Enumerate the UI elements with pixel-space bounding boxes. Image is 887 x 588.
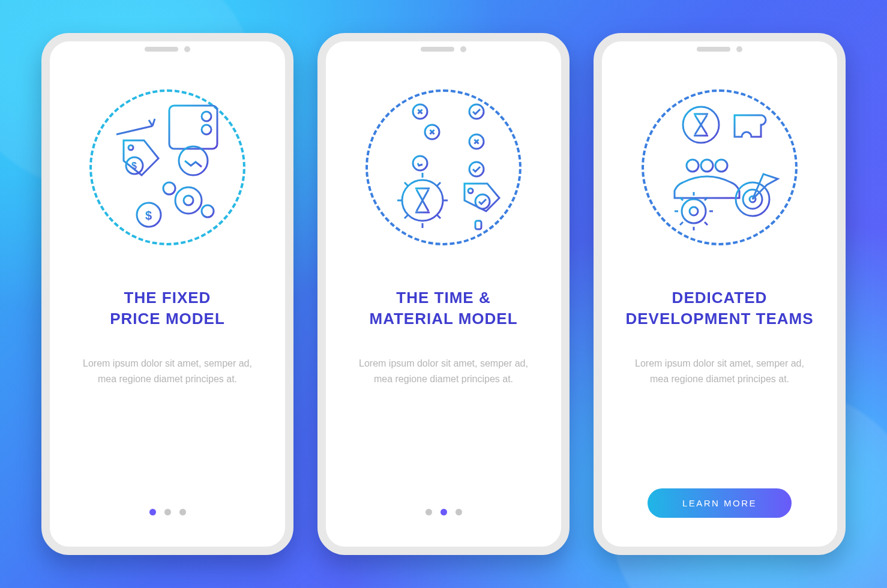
phone-notch [421,46,466,52]
time-material-illustration [353,77,534,257]
svg-point-9 [175,187,202,214]
page-indicator [425,509,462,523]
dot-1[interactable] [149,509,156,515]
dot-2[interactable] [164,509,171,515]
dot-3[interactable] [179,509,186,515]
speaker-slot [145,47,178,52]
svg-point-38 [715,160,727,172]
svg-point-36 [687,160,699,172]
time-material-icon [374,98,513,236]
title-line-1: THE FIXED [124,289,211,307]
screen-title: DEDICATED DEVELOPMENT TEAMS [625,287,813,329]
title-line-2: PRICE MODEL [110,310,225,328]
dedicated-teams-icon [651,98,789,236]
onboarding-screen-3: DEDICATED DEVELOPMENT TEAMS Lorem ipsum … [594,33,846,555]
svg-point-37 [701,160,713,172]
svg-text:$: $ [131,161,137,171]
screen-description: Lorem ipsum dolor sit amet, semper ad, m… [630,356,810,386]
title-line-1: DEDICATED [672,289,768,307]
screen-title: THE FIXED PRICE MODEL [110,287,225,329]
page-indicator [149,509,186,523]
camera-dot [184,46,190,52]
speaker-slot [421,47,454,52]
dot-2[interactable] [440,509,447,515]
onboarding-screen-1: $ $ THE FIXED PRICE MODEL Lorem ipsum do… [41,33,293,555]
onboarding-screen-2: THE TIME & MATERIAL MODEL Lorem ipsum do… [317,33,570,555]
svg-point-31 [468,188,473,193]
screen-title: THE TIME & MATERIAL MODEL [369,287,517,329]
camera-dot [736,46,742,52]
screen-description: Lorem ipsum dolor sit amet, semper ad, m… [77,356,257,386]
screen-description: Lorem ipsum dolor sit amet, semper ad, m… [353,356,534,386]
svg-point-28 [413,156,427,170]
svg-point-6 [128,145,133,150]
svg-point-4 [202,125,211,134]
svg-point-3 [202,112,211,121]
title-line-2: MATERIAL MODEL [369,310,517,328]
title-line-1: THE TIME & [396,289,490,307]
speaker-slot [697,47,730,52]
svg-text:$: $ [145,209,152,222]
svg-rect-34 [475,221,481,229]
learn-more-button[interactable]: LEARN MORE [648,488,792,518]
camera-dot [460,46,466,52]
svg-point-10 [184,196,193,205]
phone-notch [145,46,190,52]
title-line-2: DEVELOPMENT TEAMS [625,310,813,328]
svg-point-43 [690,207,698,215]
dedicated-teams-illustration [630,77,810,257]
fixed-price-illustration: $ $ [77,77,257,257]
svg-point-42 [682,199,706,223]
dot-3[interactable] [456,509,462,515]
dot-1[interactable] [425,509,432,515]
svg-point-5 [179,146,208,175]
phone-notch [697,46,742,52]
fixed-price-icon: $ $ [98,98,236,236]
